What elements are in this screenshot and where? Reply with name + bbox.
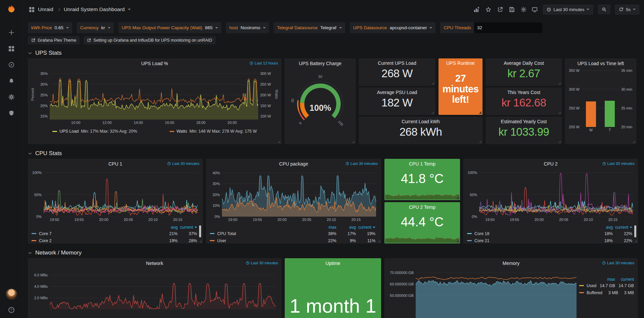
variable-value[interactable]: kr [101,25,105,30]
variable-value[interactable]: 0.65 [55,25,63,30]
cpu-threads-input[interactable] [474,22,543,33]
legend-col-avg[interactable]: avg [593,225,613,230]
legend-item[interactable]: Watts Min: 148 W Max: 278 W Avg: 175 W [170,129,257,134]
dashboard-settings-gear-icon[interactable] [521,7,526,12]
legend-series-name[interactable]: Used [579,283,596,288]
refresh-button[interactable]: 5s [615,5,639,14]
legend-col-current[interactable]: current [613,225,632,230]
panel-title[interactable]: UPS Load vs Time left [578,61,624,66]
variable-value[interactable]: Telegraf [320,25,336,30]
time-series-chart[interactable] [479,170,633,217]
variable-value[interactable]: Nostromo [240,25,260,30]
panel-title[interactable]: UPS Battery Charge [299,61,341,66]
server-admin-shield-icon[interactable] [8,110,14,116]
time-series-chart[interactable] [50,69,258,120]
create-icon[interactable] [8,30,14,36]
time-series-chart[interactable] [416,272,577,318]
share-icon[interactable] [497,7,503,12]
breadcrumb-app[interactable]: Unraid [38,6,53,12]
time-series-chart[interactable] [44,170,198,217]
panel-title[interactable]: UPS Runtime [446,60,475,66]
variable-value[interactable]: 865 [205,25,213,30]
bar-T[interactable] [605,101,615,127]
panel-title[interactable]: Average Daily Cost [504,60,544,66]
help-icon[interactable]: ? [8,307,15,313]
panel-timerange[interactable]: Last 30 minutes [602,162,635,166]
user-avatar[interactable] [6,288,17,300]
legend-series-name[interactable]: Core 21 [467,238,593,243]
panel-title[interactable]: CPU 2 [544,161,557,167]
panel-title[interactable]: Current UPS Load [378,60,416,66]
bar-chart[interactable] [582,71,619,127]
panel-timerange[interactable]: Last 12 hours [249,61,278,65]
variable-telegraf-datasource[interactable]: Telegraf Datasource Telegraf [274,22,345,33]
legend-series-name[interactable]: User [210,238,317,243]
legend-scrollbar[interactable] [634,225,636,237]
panel-title[interactable]: CPU 1 [108,161,122,167]
variable-ups-max-output[interactable]: UPS Max Output Power Capacity (Watt) 865 [119,22,221,33]
legend-series-name[interactable]: CPU Total [210,231,317,236]
legend-scrollbar[interactable] [199,225,201,237]
y-tick-label: 100 W [260,114,271,118]
alerting-bell-icon[interactable] [8,78,14,84]
legend-series-name[interactable]: Buffered [579,290,602,295]
panel-title[interactable]: CPU package [279,161,308,167]
panel-title[interactable]: Network [146,261,163,266]
variable-currency[interactable]: Currency kr [77,22,114,33]
y-tick-label: 60.000000 GB [390,282,414,286]
legend-col-avg[interactable]: avg [336,225,356,230]
panel-timerange[interactable]: Last 30 minutes [167,162,199,166]
variable-host[interactable]: host Nostromo [226,22,269,33]
explore-icon[interactable] [8,62,14,68]
star-icon[interactable] [486,7,491,12]
chevron-down-icon[interactable] [128,9,131,10]
bar-W[interactable] [586,101,596,127]
panel-title[interactable]: Average PSU Load [377,90,417,95]
configuration-gear-icon[interactable] [8,94,14,100]
panel-title[interactable]: Current Load kWh [402,119,440,124]
legend-col-current[interactable]: current [615,277,634,282]
legend-series-name[interactable]: UPS Load [59,129,79,134]
legend-col-max[interactable]: max [317,225,336,230]
legend-col-current[interactable]: current [356,225,375,230]
time-range-picker[interactable]: Last 30 minutes [543,5,593,14]
tv-cycle-view-icon[interactable] [532,7,538,12]
panel-title[interactable]: Estimated Yearly Cost [501,119,547,124]
legend-series-name[interactable]: Core 18 [467,231,593,236]
variable-ups-datasource[interactable]: UPS Datasource apcupsd-container [350,22,436,33]
legend-item[interactable]: UPS Load Min: 17% Max: 32% Avg: 20% [52,129,137,134]
section-network-memory[interactable]: Network / Memory [28,247,639,258]
time-series-chart[interactable] [50,272,276,309]
apps-grid-icon[interactable] [29,7,35,12]
clock-icon [346,162,349,166]
legend-col-max[interactable]: max [596,277,615,282]
panel-timerange[interactable]: Last 30 minutes [246,261,278,265]
legend-series-name[interactable]: Core 2 [32,238,158,243]
add-panel-icon[interactable] [474,7,479,12]
panel-timerange[interactable]: Last 30 minutes [602,261,634,265]
panel-title[interactable]: CPU 2 Temp [409,205,435,210]
section-cpu-stats[interactable]: CPU Stats [28,148,639,159]
dashboard-title[interactable]: Unraid System Dashboard [64,6,125,12]
panel-title[interactable]: UPS Load % [141,61,168,66]
legend-series-name[interactable]: Core 7 [32,231,158,236]
zoom-out-button[interactable] [598,5,610,14]
variable-label: UPS Datasource [353,25,387,30]
variable-kwh-price[interactable]: kWh Price 0.65 [28,22,72,33]
dashboard-link[interactable]: Grafana Plex Theme [28,36,80,44]
grafana-logo[interactable] [6,4,16,14]
save-icon[interactable] [509,7,515,12]
legend-col-avg[interactable]: avg [158,225,178,230]
panel-title[interactable]: Uptime [325,261,340,266]
legend-col-current[interactable]: current [178,225,197,230]
panel-title[interactable]: This Years Cost [507,90,540,95]
panel-title[interactable]: Memory [503,261,520,266]
section-ups-stats[interactable]: UPS Stats [28,48,639,58]
variable-value[interactable]: apcupsd-container [389,25,427,30]
panel-timerange[interactable]: Last 30 minutes [346,162,378,166]
dashboard-link[interactable]: Setting up Grafana and InfluxDB for UPS … [84,36,216,44]
time-series-chart[interactable] [222,170,376,217]
panel-title[interactable]: CPU 1 Temp [409,161,435,167]
dashboards-icon[interactable] [8,46,14,52]
legend-series-name[interactable]: Watts [177,129,187,134]
